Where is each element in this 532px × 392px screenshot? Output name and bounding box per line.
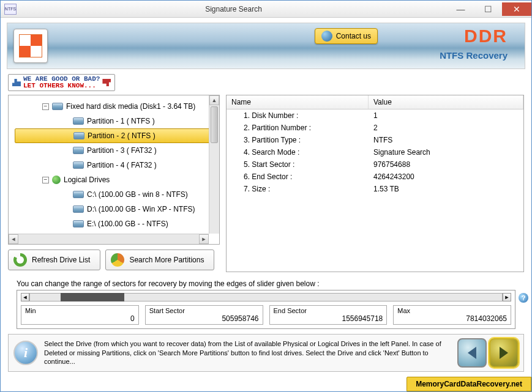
slider-track[interactable] xyxy=(29,293,503,301)
tree-vscroll[interactable]: ▲ xyxy=(209,95,219,234)
tree-row[interactable]: Partition - 4 ( FAT32 ) xyxy=(15,158,217,172)
feedback-banner[interactable]: WE ARE GOOD OR BAD?LET OTHERS KNOW... xyxy=(8,74,115,91)
slider-left-button[interactable]: ◄ xyxy=(21,293,29,301)
arrow-left-icon xyxy=(468,347,476,359)
partition-icon xyxy=(73,147,84,154)
drive-icon xyxy=(73,191,84,198)
tree-row[interactable]: Partition - 1 ( NTFS ) xyxy=(15,114,217,128)
refresh-drive-list-button[interactable]: Refresh Drive List xyxy=(8,250,100,270)
logo xyxy=(13,29,48,63)
slider-field: End Sector1556945718 xyxy=(269,305,388,325)
arrow-right-icon xyxy=(500,347,508,359)
info-row: 1. Disk Number :1 xyxy=(227,109,523,122)
contact-us-button[interactable]: Contact us xyxy=(315,28,378,44)
tree-row[interactable]: Partition - 3 ( FAT32 ) xyxy=(15,143,217,158)
avatar-icon xyxy=(321,31,332,42)
brand-name: DDR xyxy=(464,26,508,46)
slider-caption: You can change the range of sectors for … xyxy=(17,279,515,288)
partition-icon xyxy=(73,161,84,169)
brand-tagline: NTFS Recovery xyxy=(440,50,508,61)
info-row: 5. Start Sector :976754688 xyxy=(227,158,523,171)
info-row: 4. Search Mode :Signature Search xyxy=(227,146,523,158)
slider-field: Min0 xyxy=(21,305,139,325)
app-icon: NTFS xyxy=(4,4,17,15)
collapse-icon[interactable]: − xyxy=(42,177,49,183)
help-icon[interactable]: ? xyxy=(519,293,528,303)
watermark: MemoryCardDataRecovery.net xyxy=(406,377,531,391)
drive-icon xyxy=(73,220,84,227)
thumb-down-icon xyxy=(102,79,111,86)
partition-icon xyxy=(73,117,84,125)
info-row: 3. Partition Type :NTFS xyxy=(227,134,523,146)
info-icon: i xyxy=(13,341,38,365)
refresh-icon xyxy=(13,253,27,267)
footer-text: Select the Drive (from which you want to… xyxy=(44,339,451,367)
info-row: 6. End Sector :4264243200 xyxy=(227,171,523,183)
pie-icon xyxy=(111,253,124,267)
scroll-right-icon[interactable]: ► xyxy=(199,234,209,244)
minimize-button[interactable]: — xyxy=(447,2,474,16)
search-more-partitions-button[interactable]: Search More Partitions xyxy=(105,250,214,270)
column-header-value[interactable]: Value xyxy=(369,95,523,109)
thumb-up-icon xyxy=(12,79,21,86)
window-title: Signature Search xyxy=(20,5,447,13)
column-header-name[interactable]: Name xyxy=(227,95,369,109)
header-banner: Contact us DDR NTFS Recovery xyxy=(7,23,525,69)
titlebar: NTFS Signature Search — ☐ ✕ xyxy=(1,1,531,18)
slider-thumb[interactable] xyxy=(61,293,124,301)
drive-info-panel: Name Value 1. Disk Number :12. Partition… xyxy=(226,95,524,272)
contact-label: Contact us xyxy=(336,32,371,40)
tree-row[interactable]: E:\ (100.00 GB - - NTFS) xyxy=(15,216,217,231)
slider-field: Max7814032065 xyxy=(393,305,511,325)
drive-icon xyxy=(73,205,84,213)
disk-icon xyxy=(52,103,63,110)
tree-row[interactable]: −Logical Drives xyxy=(15,172,217,187)
tree-hscroll[interactable]: ◄ ► xyxy=(9,234,209,244)
scroll-up-icon[interactable]: ▲ xyxy=(209,95,219,105)
partition-icon xyxy=(73,132,84,139)
tree-row[interactable]: C:\ (100.00 GB - win 8 - NTFS) xyxy=(15,187,217,202)
tree-row[interactable]: D:\ (100.00 GB - Win XP - NTFS) xyxy=(15,202,217,216)
collapse-icon[interactable]: − xyxy=(42,103,49,110)
maximize-button[interactable]: ☐ xyxy=(474,2,502,16)
slider-field: Start Sector505958746 xyxy=(145,305,263,325)
app-window: NTFS Signature Search — ☐ ✕ Contact us D… xyxy=(0,0,532,392)
prev-button[interactable] xyxy=(457,338,487,368)
info-row: 2. Partition Number :2 xyxy=(227,122,523,134)
info-row: 7. Size :1.53 TB xyxy=(227,183,523,195)
feedback-text: WE ARE GOOD OR BAD?LET OTHERS KNOW... xyxy=(23,76,100,89)
sector-range-slider: ? ◄ ► Min0Start Sector505958746End Secto… xyxy=(17,290,515,329)
drive-tree-panel: −Fixed hard disk media (Disk1 - 3.64 TB)… xyxy=(8,95,220,245)
scroll-left-icon[interactable]: ◄ xyxy=(9,234,18,244)
logical-drives-icon xyxy=(52,176,61,184)
close-button[interactable]: ✕ xyxy=(502,2,531,16)
slider-right-button[interactable]: ► xyxy=(503,293,511,301)
tree-row[interactable]: Partition - 2 ( NTFS ) xyxy=(15,128,217,143)
tree-row[interactable]: −Fixed hard disk media (Disk1 - 3.64 TB) xyxy=(15,99,217,114)
footer-hint: i Select the Drive (from which you want … xyxy=(8,334,524,372)
next-button[interactable] xyxy=(489,338,519,368)
